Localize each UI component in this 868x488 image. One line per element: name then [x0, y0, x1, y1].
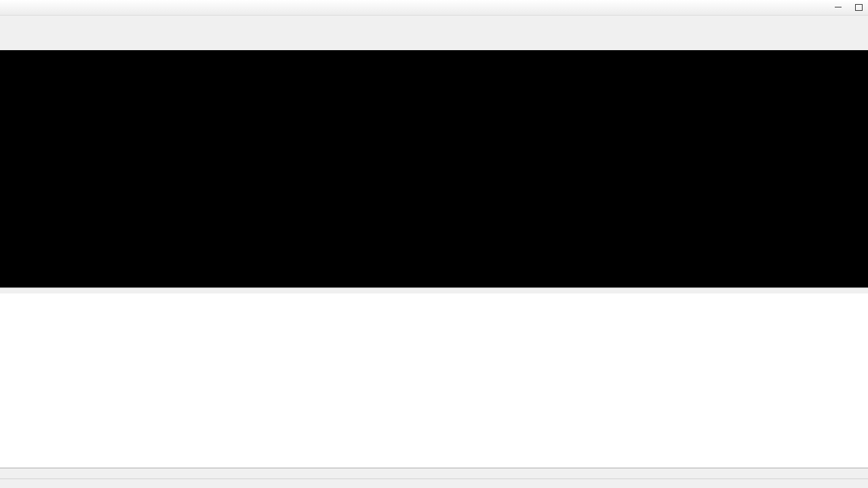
tester-tab-bar [0, 468, 868, 479]
menu-bar [0, 15, 868, 24]
minimize-button[interactable] [829, 1, 848, 14]
chart-area[interactable] [0, 50, 868, 287]
minimize-icon [835, 7, 842, 7]
maximize-icon [855, 4, 863, 11]
maximize-button[interactable] [849, 1, 868, 14]
report-top-strip [0, 288, 868, 293]
title-bar [0, 0, 868, 16]
app-window [0, 0, 868, 488]
status-bar [0, 479, 868, 488]
report-panel [0, 287, 868, 468]
